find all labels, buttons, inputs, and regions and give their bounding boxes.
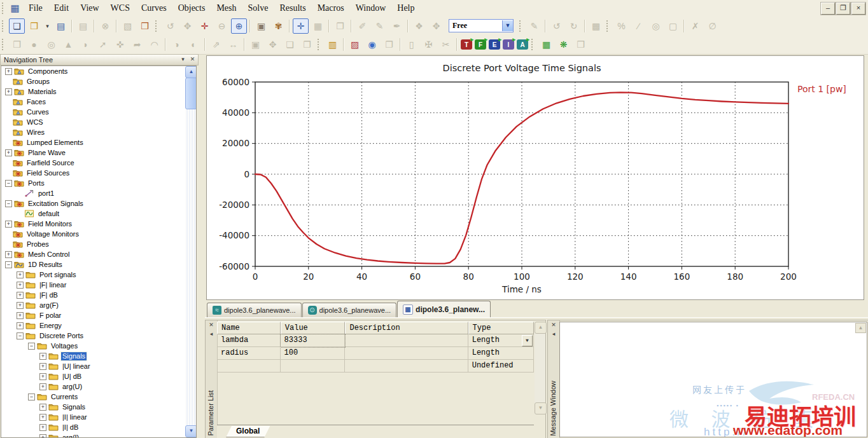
measure-line-icon[interactable]: ∕ bbox=[631, 18, 647, 34]
view-tab-2[interactable]: ⊙dipole3.6_planewave... bbox=[302, 303, 397, 317]
tree-item-faces[interactable]: Faces bbox=[1, 97, 196, 107]
column-header-description[interactable]: Description bbox=[345, 322, 468, 334]
param-scroll-up-icon[interactable]: ▲ bbox=[535, 322, 547, 334]
tree-item-ports[interactable]: −Ports bbox=[1, 178, 196, 188]
tree-expander-plus[interactable]: + bbox=[39, 373, 46, 380]
macro-redo-icon[interactable]: ↻ bbox=[566, 18, 582, 34]
tree-item-curves[interactable]: Curves bbox=[1, 107, 196, 117]
toolbar-grip[interactable] bbox=[531, 39, 536, 50]
tree-pin-icon[interactable]: ▾ bbox=[179, 56, 187, 64]
menu-objects[interactable]: Objects bbox=[172, 2, 211, 15]
rotate-view-icon[interactable]: ↺ bbox=[162, 18, 178, 34]
tree-item-voltage-monitors[interactable]: Voltage Monitors bbox=[1, 229, 196, 239]
tree-item-port1[interactable]: port1 bbox=[1, 188, 196, 198]
perspective-icon[interactable]: ❐ bbox=[332, 18, 348, 34]
new-part-icon[interactable]: ❏ bbox=[282, 37, 298, 52]
tree-item-field-monitors[interactable]: +Field Monitors bbox=[1, 219, 196, 229]
cut-plane-icon[interactable]: ✂ bbox=[438, 37, 454, 52]
boolean-subtract-icon[interactable]: ◐ bbox=[186, 37, 202, 52]
sphere-icon[interactable]: ● bbox=[26, 37, 42, 52]
tree-item-port-signals[interactable]: +Port signals bbox=[1, 270, 196, 280]
tree-item-f-db[interactable]: +|F| dB bbox=[1, 290, 196, 300]
tree-item-1d-results[interactable]: −1D Results bbox=[1, 259, 196, 270]
cone-icon[interactable]: ▲ bbox=[60, 37, 76, 52]
tree-item-materials[interactable]: +Materials bbox=[1, 86, 196, 97]
new-component-icon[interactable]: ❐ bbox=[299, 37, 315, 52]
cell-value[interactable] bbox=[281, 360, 345, 373]
chart-view[interactable]: Discrete Port Voltage Time Signals020406… bbox=[206, 55, 864, 300]
cell-value[interactable]: 83333 bbox=[281, 334, 345, 347]
pick-face-icon[interactable]: ✒ bbox=[389, 18, 405, 34]
tree-expander-plus[interactable]: + bbox=[5, 251, 12, 258]
time-solver-icon[interactable]: T bbox=[461, 39, 472, 50]
move-axes-icon[interactable]: ✛ bbox=[197, 18, 213, 34]
tree-item-groups[interactable]: Groups bbox=[1, 76, 196, 86]
tree-item-wires[interactable]: Wires bbox=[1, 127, 196, 137]
tree-scroll-up-icon[interactable]: ▲ bbox=[185, 66, 197, 78]
tree-item-default[interactable]: default bbox=[1, 209, 196, 219]
tree-scroll-down-icon[interactable]: ▼ bbox=[185, 425, 197, 437]
align-center-icon[interactable]: ✥ bbox=[265, 37, 281, 52]
bend-icon[interactable]: ➦ bbox=[129, 37, 145, 52]
cell-name[interactable] bbox=[217, 360, 281, 373]
tree-scroll-thumb[interactable] bbox=[185, 78, 197, 109]
parameter-row-lambda[interactable]: lambda83333Length▼ bbox=[217, 334, 534, 347]
tree-scrollbar[interactable]: ▲ ▼ bbox=[185, 66, 196, 437]
tree-expander-plus[interactable]: + bbox=[39, 404, 46, 411]
field-import-icon[interactable]: ▯ bbox=[403, 37, 419, 52]
minimize-button[interactable]: – bbox=[821, 3, 835, 15]
cell-type[interactable]: Undefined bbox=[468, 360, 534, 373]
render-options-icon[interactable]: ▣ bbox=[253, 18, 269, 34]
abort-icon[interactable]: ⊗ bbox=[97, 18, 113, 34]
tree-item-f-linear[interactable]: +|F| linear bbox=[1, 280, 196, 290]
parameter-row-radius[interactable]: radius100Length bbox=[217, 347, 534, 360]
tree-close-icon[interactable]: ✕ bbox=[188, 56, 197, 64]
cell-name[interactable]: lambda bbox=[217, 334, 281, 347]
new-document-icon[interactable]: ❏ bbox=[9, 18, 25, 34]
loft-icon[interactable]: ◠ bbox=[146, 37, 162, 52]
tree-item-plane-wave[interactable]: +Plane Wave bbox=[1, 147, 196, 158]
tree-item-i-linear[interactable]: +|I| linear bbox=[1, 412, 196, 422]
tree-item-mesh-control[interactable]: +Mesh Control bbox=[1, 249, 196, 259]
mirror-icon[interactable]: ↔ bbox=[225, 37, 241, 52]
edit-properties-icon[interactable]: ✎ bbox=[526, 18, 542, 34]
combo-dropdown-icon[interactable]: ▼ bbox=[502, 20, 513, 31]
tree-item-wcs[interactable]: WCS bbox=[1, 117, 196, 127]
toolbar-grip[interactable] bbox=[606, 20, 611, 32]
tree-expander-plus[interactable]: + bbox=[17, 312, 24, 319]
tree-expander-plus[interactable]: + bbox=[17, 271, 24, 278]
tree-item-energy[interactable]: +Energy bbox=[1, 320, 196, 331]
tree-expander-minus[interactable]: − bbox=[5, 261, 12, 268]
tree-item-arg-u[interactable]: +arg(U) bbox=[1, 381, 196, 392]
menu-window[interactable]: Window bbox=[350, 2, 392, 15]
tree-item-voltages[interactable]: −Voltages bbox=[1, 341, 196, 351]
cell-type[interactable]: Length bbox=[468, 347, 534, 360]
extrude-icon[interactable]: ➚ bbox=[95, 37, 111, 52]
menu-view[interactable]: View bbox=[74, 2, 104, 15]
column-header-value[interactable]: Value bbox=[281, 322, 346, 334]
transform-icon[interactable]: ⇗ bbox=[208, 37, 224, 52]
tree-item-field-sources[interactable]: Field Sources bbox=[1, 168, 196, 178]
tree-item-lumped-elements[interactable]: Lumped Elements bbox=[1, 137, 196, 147]
menu-mesh[interactable]: Mesh bbox=[211, 2, 242, 15]
pan-view-icon[interactable]: ✥ bbox=[179, 18, 195, 34]
tree-expander-minus[interactable]: − bbox=[5, 180, 12, 187]
import-icon[interactable]: ❒ bbox=[137, 18, 153, 34]
tree-expander-plus[interactable]: + bbox=[5, 149, 12, 156]
param-scroll-down-icon[interactable]: ▼ bbox=[535, 402, 547, 414]
view-tab-3[interactable]: ▦dipole3.6_planew... bbox=[397, 301, 491, 317]
grid-icon[interactable]: ▦ bbox=[310, 18, 326, 34]
tree-expander-plus[interactable]: + bbox=[39, 434, 46, 438]
open-file-icon[interactable]: ❒ bbox=[26, 18, 42, 34]
menu-macros[interactable]: Macros bbox=[312, 2, 350, 15]
menu-results[interactable]: Results bbox=[274, 2, 311, 15]
menu-file[interactable]: File bbox=[23, 2, 48, 15]
tree-item-signals[interactable]: +Signals bbox=[1, 402, 196, 412]
macro-undo-icon[interactable]: ↺ bbox=[549, 18, 564, 34]
hand-pick-icon[interactable]: ✜ bbox=[112, 37, 128, 52]
eigenmode-solver-icon[interactable]: E bbox=[489, 39, 500, 50]
global-mesh-icon[interactable]: ❋ bbox=[556, 37, 571, 52]
zoom-in-icon[interactable]: ⊕ bbox=[231, 18, 247, 34]
cell-description[interactable] bbox=[345, 334, 468, 347]
parameter-list-close-icon[interactable]: ✕ bbox=[207, 322, 215, 329]
